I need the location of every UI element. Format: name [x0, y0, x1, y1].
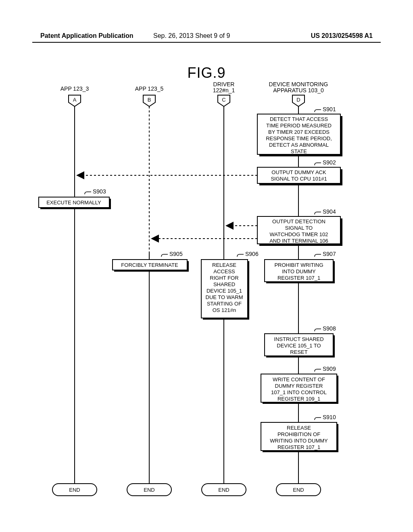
svg-text:S903: S903	[93, 188, 106, 195]
svg-text:SIGNAL TO CPU 101#1: SIGNAL TO CPU 101#1	[271, 176, 327, 182]
step-s910-box: RELEASE PROHIBITION OF WRITING INTO DUMM…	[261, 422, 338, 452]
header-rule	[32, 42, 381, 43]
step-s903-label: S903	[85, 188, 106, 195]
svg-text:RELEASE: RELEASE	[212, 262, 236, 268]
step-s906-label: S906	[237, 251, 259, 257]
svg-text:DUMMY REGISTER: DUMMY REGISTER	[275, 383, 323, 389]
svg-text:OUTPUT DUMMY ACK: OUTPUT DUMMY ACK	[271, 169, 326, 175]
svg-text:RELEASE: RELEASE	[287, 425, 311, 431]
svg-text:C: C	[222, 97, 225, 103]
step-s909-box: WRITE CONTENT OF DUMMY REGISTER 107_1 IN…	[261, 374, 338, 404]
lane-c-title-l1: DRIVER	[213, 81, 235, 87]
svg-text:SHARED: SHARED	[213, 281, 235, 287]
svg-text:S909: S909	[323, 366, 336, 372]
step-s905-box: FORCIBLY TERMINATE	[113, 260, 189, 272]
lane-b-title: APP 123_5	[135, 85, 164, 92]
step-s901-label: S901	[315, 106, 336, 112]
svg-text:REGISTER 107_1: REGISTER 107_1	[277, 444, 320, 450]
svg-text:ACCESS: ACCESS	[213, 268, 235, 274]
step-s909-label: S909	[315, 366, 336, 372]
end-c: END	[202, 484, 246, 496]
svg-text:OS 121#n: OS 121#n	[213, 307, 236, 313]
lane-d-title-l1: DEVICE MONITORING	[269, 81, 328, 87]
svg-text:BY TIMER 207 EXCEEDS: BY TIMER 207 EXCEEDS	[268, 129, 330, 135]
svg-text:WATCHDOG TIMER 102: WATCHDOG TIMER 102	[270, 231, 328, 237]
svg-text:OUTPUT DETECTION: OUTPUT DETECTION	[272, 218, 325, 224]
lane-c-title-l2: 122#n_1	[213, 87, 235, 94]
svg-text:S901: S901	[323, 106, 336, 112]
end-a: END	[52, 484, 97, 496]
svg-text:WRITE CONTENT OF: WRITE CONTENT OF	[273, 376, 325, 382]
lane-a-title: APP 123_3	[60, 85, 89, 92]
svg-text:DETECT THAT ACCESS: DETECT THAT ACCESS	[270, 116, 328, 122]
svg-text:INSTRUCT SHARED: INSTRUCT SHARED	[274, 336, 323, 342]
step-s907-label: S907	[315, 251, 336, 257]
svg-text:END: END	[293, 487, 304, 493]
svg-text:S905: S905	[169, 251, 183, 257]
step-s908-label: S908	[315, 325, 336, 332]
svg-text:WRITING INTO DUMMY: WRITING INTO DUMMY	[270, 438, 328, 444]
svg-text:B: B	[148, 97, 151, 103]
sequence-diagram: APP 123_3 APP 123_5 DRIVER 122#n_1 DEVIC…	[0, 81, 413, 524]
svg-text:FORCIBLY TERMINATE: FORCIBLY TERMINATE	[121, 262, 178, 268]
svg-text:DEVICE 105_1 TO: DEVICE 105_1 TO	[277, 343, 321, 349]
header-center: Sep. 26, 2013 Sheet 9 of 9	[153, 32, 230, 39]
svg-text:REGISTER 109_1: REGISTER 109_1	[277, 396, 320, 402]
svg-text:SIGNAL TO: SIGNAL TO	[285, 225, 313, 231]
figure-title: FIG.9	[0, 64, 413, 81]
step-s910-label: S910	[315, 414, 336, 420]
svg-text:EXECUTE NORMALLY: EXECUTE NORMALLY	[46, 200, 101, 206]
connector-c: C	[218, 95, 230, 106]
step-s905-label: S905	[161, 251, 183, 257]
connector-d: D	[292, 95, 305, 106]
svg-text:DETECT AS ABNORMAL: DETECT AS ABNORMAL	[269, 142, 329, 148]
svg-text:PROHIBITION OF: PROHIBITION OF	[277, 431, 320, 437]
svg-text:DUE TO WARM: DUE TO WARM	[206, 294, 243, 300]
svg-text:A: A	[73, 97, 77, 103]
svg-text:S904: S904	[323, 208, 336, 215]
step-s904-box: OUTPUT DETECTION SIGNAL TO WATCHDOG TIME…	[257, 216, 342, 246]
step-s904-label: S904	[315, 208, 336, 215]
svg-text:S910: S910	[323, 414, 336, 420]
step-s903-box: EXECUTE NORMALLY	[39, 197, 111, 209]
svg-text:AND INT TERMINAL 106: AND INT TERMINAL 106	[269, 238, 328, 244]
svg-text:STARTING OF: STARTING OF	[207, 301, 242, 307]
header-right: US 2013/0254598 A1	[311, 32, 373, 39]
connector-b: B	[143, 95, 155, 106]
svg-text:TIME PERIOD MEASURED: TIME PERIOD MEASURED	[266, 123, 332, 129]
svg-text:S908: S908	[323, 325, 336, 332]
page: Patent Application Publication Sep. 26, …	[0, 0, 413, 532]
svg-text:PROHIBIT WRITING: PROHIBIT WRITING	[274, 262, 323, 268]
svg-text:DEVICE 105_1: DEVICE 105_1	[206, 288, 242, 294]
svg-text:S902: S902	[323, 159, 336, 166]
svg-text:RESPONSE TIME PERIOD,: RESPONSE TIME PERIOD,	[266, 135, 332, 141]
step-s906-box: RELEASE ACCESS RIGHT FOR SHARED DEVICE 1…	[201, 260, 249, 320]
svg-text:RESET: RESET	[290, 349, 307, 355]
lane-d-title-l2: APPARATUS 103_0	[273, 87, 324, 94]
step-s907-box: PROHIBIT WRITING INTO DUMMY REGISTER 107…	[265, 260, 335, 283]
connector-a: A	[69, 95, 81, 106]
step-s908-box: INSTRUCT SHARED DEVICE 105_1 TO RESET	[265, 334, 335, 357]
step-s901-box: DETECT THAT ACCESS TIME PERIOD MEASURED …	[257, 114, 342, 156]
svg-text:RIGHT FOR: RIGHT FOR	[210, 275, 238, 281]
step-s902-box: OUTPUT DUMMY ACK SIGNAL TO CPU 101#1	[257, 167, 342, 185]
svg-text:END: END	[69, 487, 80, 493]
end-d: END	[276, 484, 321, 496]
svg-text:REGISTER 107_1: REGISTER 107_1	[277, 275, 320, 281]
svg-text:END: END	[144, 487, 154, 493]
end-b: END	[127, 484, 171, 496]
svg-text:D: D	[296, 97, 300, 103]
svg-text:END: END	[218, 487, 229, 493]
svg-text:S907: S907	[323, 251, 336, 257]
svg-text:INTO DUMMY: INTO DUMMY	[282, 268, 316, 274]
header-left: Patent Application Publication	[40, 32, 133, 39]
svg-text:STATE: STATE	[291, 148, 307, 154]
svg-text:107_1 INTO CONTROL: 107_1 INTO CONTROL	[271, 389, 327, 395]
step-s902-label: S902	[315, 159, 336, 166]
svg-text:S906: S906	[245, 251, 259, 257]
